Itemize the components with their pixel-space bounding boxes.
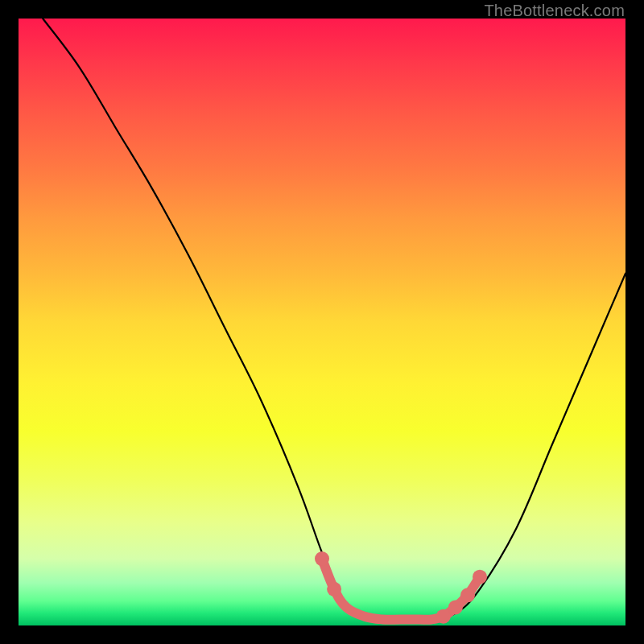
attribution-text: TheBottleneck.com xyxy=(484,2,625,20)
highlight-marker xyxy=(473,570,487,584)
highlight-marker xyxy=(448,600,463,614)
chart-svg xyxy=(19,19,625,625)
plot-area xyxy=(19,19,625,625)
highlight-marker xyxy=(315,551,329,566)
highlight-markers xyxy=(315,551,487,624)
highlight-marker xyxy=(436,609,451,624)
chart-frame: TheBottleneck.com xyxy=(0,0,644,644)
highlight-marker xyxy=(460,588,475,602)
highlight-marker xyxy=(327,582,341,597)
curve-line xyxy=(43,19,625,620)
